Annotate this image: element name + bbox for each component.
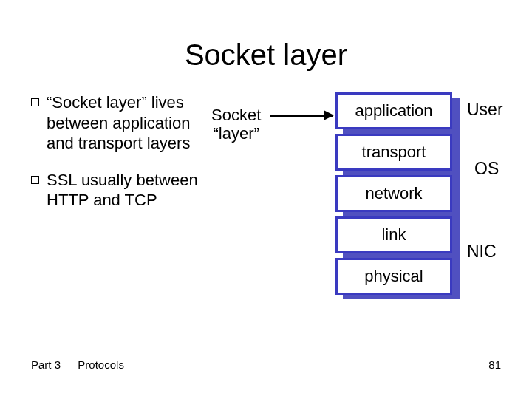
layer-network: network bbox=[335, 175, 452, 212]
side-label-os: OS bbox=[474, 159, 499, 179]
bullet-item: “Socket layer” lives between application… bbox=[31, 92, 201, 154]
bullet-marker-icon bbox=[31, 98, 39, 106]
layer-physical: physical bbox=[335, 258, 452, 295]
footer-left: Part 3 — Protocols bbox=[31, 358, 124, 371]
bullet-marker-icon bbox=[31, 176, 39, 184]
slide-title: Socket layer bbox=[0, 38, 532, 72]
side-label-user: User bbox=[467, 100, 503, 120]
layer-transport: transport bbox=[335, 134, 452, 171]
layer-diagram: Socket “layer” application transport net… bbox=[201, 92, 507, 307]
socket-label-line1: Socket bbox=[211, 106, 261, 124]
layer-application: application bbox=[335, 92, 452, 129]
network-stack: application transport network link physi… bbox=[335, 92, 452, 295]
bullet-text: SSL usually between HTTP and TCP bbox=[47, 170, 201, 211]
content-area: “Socket layer” lives between application… bbox=[0, 92, 532, 307]
bullet-text: “Socket layer” lives between application… bbox=[47, 92, 201, 154]
arrow-icon bbox=[270, 115, 332, 117]
page-number: 81 bbox=[488, 358, 501, 371]
side-label-nic: NIC bbox=[467, 242, 497, 262]
socket-label-line2: “layer” bbox=[211, 124, 261, 143]
socket-layer-label: Socket “layer” bbox=[211, 106, 261, 143]
bullet-item: SSL usually between HTTP and TCP bbox=[31, 170, 201, 211]
layer-link: link bbox=[335, 216, 452, 253]
slide-footer: Part 3 — Protocols 81 bbox=[31, 358, 501, 371]
bullet-list: “Socket layer” lives between application… bbox=[31, 92, 201, 307]
